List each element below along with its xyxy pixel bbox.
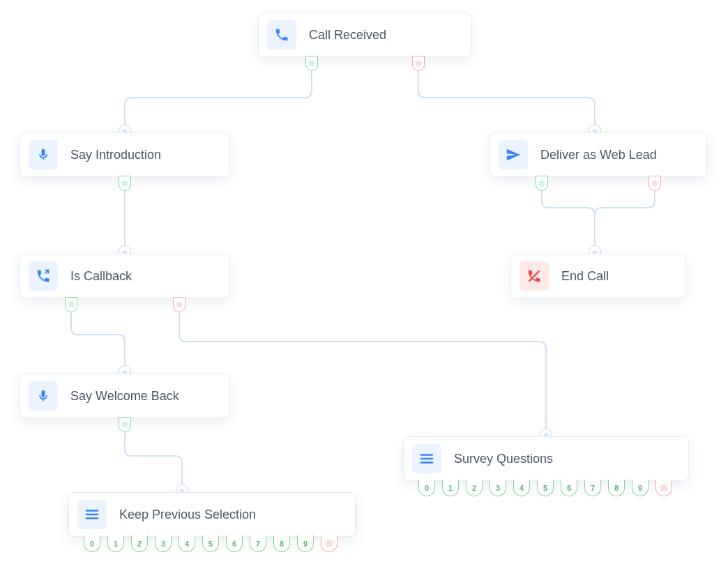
port-index[interactable]: 1 (107, 535, 124, 552)
port-index[interactable]: 5 (537, 480, 554, 496)
node-keep-previous-selection[interactable]: Keep Previous Selection (68, 492, 356, 537)
port-index[interactable]: 7 (250, 535, 266, 552)
port-index[interactable]: 8 (608, 480, 625, 496)
node-deliver-web-lead[interactable]: Deliver as Web Lead (490, 132, 707, 177)
port-fail[interactable] (173, 297, 185, 312)
node-label: End Call (561, 269, 609, 284)
port-index[interactable]: 0 (418, 480, 435, 496)
phone-off-icon (520, 261, 549, 291)
callback-icon (29, 261, 58, 291)
port-index[interactable]: 0 (84, 535, 100, 552)
port-index[interactable]: 7 (584, 480, 601, 496)
port-index[interactable]: 6 (561, 480, 577, 496)
node-survey-questions[interactable]: Survey Questions (403, 436, 689, 481)
node-say-welcome-back[interactable]: Say Welcome Back (20, 374, 230, 418)
port-index[interactable]: 2 (131, 535, 148, 552)
menu-icon (412, 444, 441, 473)
port-index[interactable]: 5 (202, 535, 219, 552)
port-strip-survey: 0 1 2 3 4 5 6 7 8 9 (418, 480, 672, 496)
phone-icon (267, 20, 296, 49)
port-success[interactable] (536, 176, 548, 191)
port-index[interactable]: 8 (273, 535, 290, 552)
node-say-introduction[interactable]: Say Introduction (20, 132, 230, 177)
port-fail[interactable] (412, 56, 425, 71)
port-success[interactable] (305, 56, 318, 71)
port-fail[interactable] (655, 480, 672, 496)
port-index[interactable]: 4 (513, 480, 530, 496)
node-label: Call Received (309, 28, 386, 43)
paper-plane-icon (499, 140, 528, 169)
menu-icon (77, 500, 107, 529)
port-index[interactable]: 4 (179, 535, 195, 552)
node-label: Say Welcome Back (70, 389, 179, 404)
port-fail[interactable] (321, 535, 338, 552)
port-index[interactable]: 1 (442, 480, 459, 496)
port-success[interactable] (119, 417, 131, 432)
node-label: Keep Previous Selection (119, 508, 256, 522)
port-fail[interactable] (649, 176, 661, 191)
port-success[interactable] (65, 297, 77, 312)
node-label: Say Introduction (70, 148, 161, 162)
port-index[interactable]: 9 (297, 535, 314, 552)
port-index[interactable]: 3 (155, 535, 172, 552)
port-strip-keep-prev: 0 1 2 3 4 5 6 7 8 9 (84, 535, 338, 552)
port-index[interactable]: 6 (226, 535, 243, 552)
microphone-icon (29, 381, 58, 411)
node-label: Is Callback (70, 269, 132, 284)
node-end-call[interactable]: End Call (510, 254, 686, 298)
node-call-received[interactable]: Call Received (258, 13, 471, 57)
port-index[interactable]: 9 (632, 480, 649, 496)
node-is-callback[interactable]: Is Callback (20, 254, 230, 298)
node-label: Deliver as Web Lead (540, 148, 657, 162)
port-success[interactable] (119, 176, 131, 191)
microphone-icon (29, 140, 58, 169)
node-label: Survey Questions (454, 452, 553, 466)
port-index[interactable]: 2 (466, 480, 483, 496)
port-index[interactable]: 3 (490, 480, 506, 496)
